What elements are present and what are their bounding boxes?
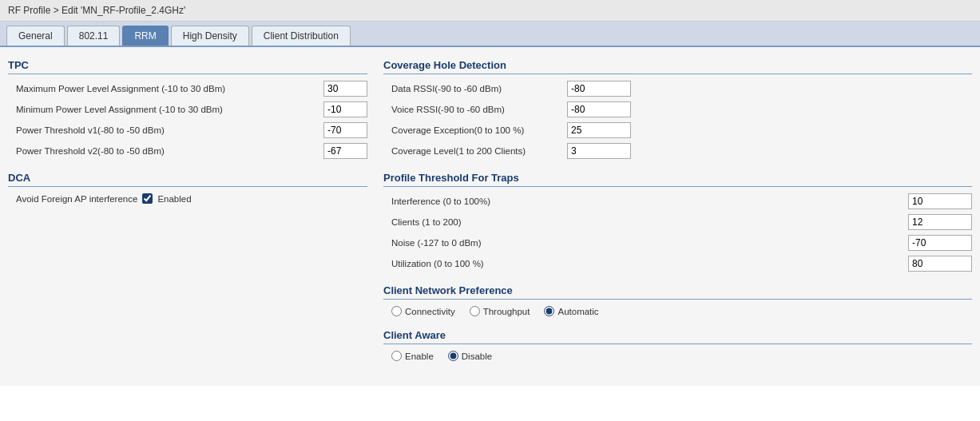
throughput-label: Throughput	[483, 307, 530, 316]
left-panel: TPC Maximum Power Level Assignment (-10 …	[8, 59, 367, 374]
dca-enabled-label: Enabled	[157, 194, 191, 204]
trap-noise-label: Noise (-127 to 0 dBm)	[391, 238, 908, 248]
client-aware-section: Client Aware Enable Disable	[383, 329, 972, 361]
tab-client-distribution[interactable]: Client Distribution	[252, 26, 351, 46]
tpc-threshold-v2-label: Power Threshold v2(-80 to -50 dBm)	[16, 146, 323, 156]
trap-noise-input[interactable]	[908, 235, 972, 251]
coverage-exception-row: Coverage Exception(0 to 100 %)	[383, 122, 972, 138]
traps-section: Profile Threshold For Traps Interference…	[383, 172, 972, 272]
trap-interference-input[interactable]	[908, 193, 972, 209]
trap-utilization-label: Utilization (0 to 100 %)	[391, 259, 908, 268]
tpc-threshold-v1-input[interactable]	[323, 122, 367, 138]
coverage-exception-input[interactable]	[567, 122, 631, 138]
dca-title: DCA	[8, 172, 367, 187]
client-aware-enable-item: Enable	[391, 351, 434, 361]
tpc-threshold-v2-row: Power Threshold v2(-80 to -50 dBm)	[8, 143, 367, 159]
tab-rrm[interactable]: RRM	[122, 26, 168, 46]
trap-clients-label: Clients (1 to 200)	[391, 217, 908, 227]
tpc-min-power-row: Minimum Power Level Assignment (-10 to 3…	[8, 101, 367, 117]
tpc-min-power-input[interactable]	[323, 101, 367, 117]
trap-utilization-row: Utilization (0 to 100 %)	[383, 256, 972, 272]
client-network-radio-row: Connectivity Throughput Automatic	[383, 306, 972, 316]
tab-general[interactable]: General	[6, 26, 65, 46]
coverage-level-input[interactable]	[567, 143, 631, 159]
breadcrumb: RF Profile > Edit 'MN_RF-Profile_2.4GHz'	[0, 0, 980, 22]
tpc-threshold-v1-row: Power Threshold v1(-80 to -50 dBm)	[8, 122, 367, 138]
content-area: TPC Maximum Power Level Assignment (-10 …	[0, 47, 980, 386]
trap-clients-input[interactable]	[908, 214, 972, 230]
client-aware-enable-radio[interactable]	[391, 351, 402, 361]
dca-foreign-ap-label: Avoid Foreign AP interference	[16, 194, 137, 204]
tpc-min-power-label: Minimum Power Level Assignment (-10 to 3…	[16, 105, 323, 114]
tpc-threshold-v2-input[interactable]	[323, 143, 367, 159]
coverage-section: Coverage Hole Detection Data RSSI(-90 to…	[383, 59, 972, 159]
traps-title: Profile Threshold For Traps	[383, 172, 972, 187]
coverage-level-row: Coverage Level(1 to 200 Clients)	[383, 143, 972, 159]
tab-bar: General 802.11 RRM High Density Client D…	[0, 22, 980, 47]
dca-section: DCA Avoid Foreign AP interference Enable…	[8, 172, 367, 204]
throughput-radio[interactable]	[470, 306, 480, 316]
coverage-title: Coverage Hole Detection	[383, 59, 972, 74]
tpc-title: TPC	[8, 59, 367, 74]
tpc-threshold-v1-label: Power Threshold v1(-80 to -50 dBm)	[16, 125, 323, 135]
connectivity-radio-item: Connectivity	[391, 306, 455, 316]
coverage-level-label: Coverage Level(1 to 200 Clients)	[391, 146, 567, 156]
automatic-radio-item: Automatic	[544, 306, 598, 316]
throughput-radio-item: Throughput	[470, 306, 530, 316]
coverage-voice-rssi-input[interactable]	[567, 101, 631, 117]
trap-interference-row: Interference (0 to 100%)	[383, 193, 972, 209]
client-network-title: Client Network Preference	[383, 284, 972, 300]
tab-802-11[interactable]: 802.11	[67, 26, 121, 46]
client-aware-disable-radio[interactable]	[448, 351, 458, 361]
coverage-voice-rssi-label: Voice RSSI(-90 to -60 dBm)	[391, 105, 567, 114]
tpc-max-power-input[interactable]	[323, 81, 367, 97]
automatic-radio[interactable]	[544, 306, 554, 316]
coverage-data-rssi-row: Data RSSI(-90 to -60 dBm)	[383, 81, 972, 97]
client-aware-title: Client Aware	[383, 329, 972, 344]
trap-clients-row: Clients (1 to 200)	[383, 214, 972, 230]
client-network-section: Client Network Preference Connectivity T…	[383, 284, 972, 316]
tpc-section: TPC Maximum Power Level Assignment (-10 …	[8, 59, 367, 159]
coverage-voice-rssi-row: Voice RSSI(-90 to -60 dBm)	[383, 101, 972, 117]
tpc-max-power-label: Maximum Power Level Assignment (-10 to 3…	[16, 84, 323, 93]
coverage-data-rssi-input[interactable]	[567, 81, 631, 97]
connectivity-radio[interactable]	[391, 306, 402, 316]
dca-foreign-ap-row: Avoid Foreign AP interference Enabled	[8, 193, 367, 204]
trap-interference-label: Interference (0 to 100%)	[391, 197, 908, 206]
trap-utilization-input[interactable]	[908, 256, 972, 272]
automatic-label: Automatic	[557, 307, 598, 316]
client-aware-disable-item: Disable	[448, 351, 492, 361]
client-aware-radio-row: Enable Disable	[383, 351, 972, 361]
coverage-exception-label: Coverage Exception(0 to 100 %)	[391, 125, 567, 135]
dca-enabled-checkbox[interactable]	[142, 193, 153, 204]
right-panel: Coverage Hole Detection Data RSSI(-90 to…	[383, 59, 972, 374]
tab-high-density[interactable]: High Density	[171, 26, 249, 46]
coverage-data-rssi-label: Data RSSI(-90 to -60 dBm)	[391, 84, 567, 93]
connectivity-label: Connectivity	[405, 307, 455, 316]
client-aware-enable-label: Enable	[405, 351, 434, 361]
trap-noise-row: Noise (-127 to 0 dBm)	[383, 235, 972, 251]
client-aware-disable-label: Disable	[462, 351, 492, 361]
tpc-max-power-row: Maximum Power Level Assignment (-10 to 3…	[8, 81, 367, 97]
